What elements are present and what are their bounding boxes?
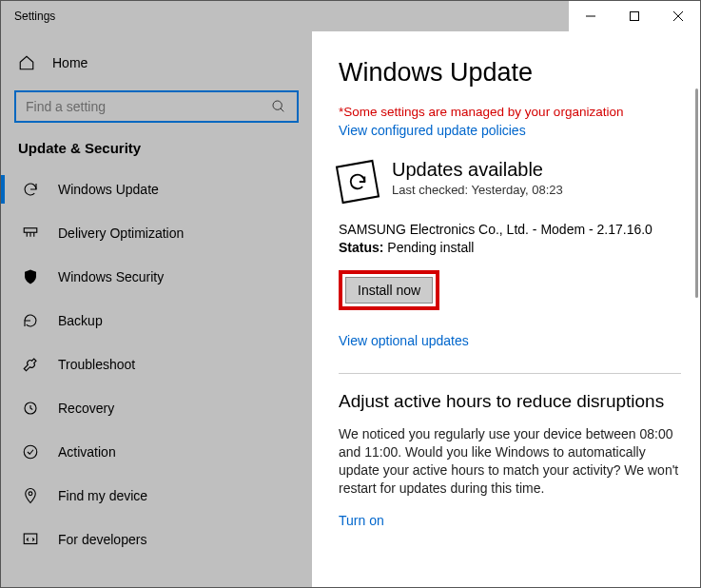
svg-line-5 <box>281 108 283 111</box>
last-checked-text: Last checked: Yesterday, 08:23 <box>392 183 563 197</box>
sidebar-item-windows-security[interactable]: Windows Security <box>1 255 312 299</box>
home-nav[interactable]: Home <box>1 45 312 81</box>
svg-rect-6 <box>24 228 37 233</box>
update-status: Status: Pending install <box>339 240 681 255</box>
sidebar-item-find-my-device[interactable]: Find my device <box>1 474 312 518</box>
minimize-button[interactable] <box>569 1 613 31</box>
backup-icon <box>22 312 39 329</box>
window-title: Settings <box>1 1 569 31</box>
updates-available-title: Updates available <box>392 159 563 181</box>
divider <box>339 373 681 374</box>
wrench-icon <box>22 356 39 373</box>
sidebar-item-delivery-optimization[interactable]: Delivery Optimization <box>1 211 312 255</box>
location-icon <box>22 487 39 504</box>
active-hours-heading: Adjust active hours to reduce disruption… <box>339 391 681 412</box>
install-highlight-box: Install now <box>339 270 439 310</box>
search-box[interactable] <box>14 90 299 123</box>
sidebar-item-label: Activation <box>58 444 116 460</box>
sidebar-item-label: For developers <box>58 532 146 547</box>
sidebar-category: Update & Security <box>1 140 312 164</box>
update-icon <box>336 160 380 204</box>
search-icon <box>270 98 287 115</box>
sidebar-item-for-developers[interactable]: For developers <box>1 518 312 561</box>
sidebar-item-label: Find my device <box>58 488 147 503</box>
policy-link[interactable]: View configured update policies <box>339 123 681 138</box>
svg-rect-10 <box>24 534 37 544</box>
titlebar: Settings <box>1 1 700 31</box>
view-optional-updates-link[interactable]: View optional updates <box>339 333 681 348</box>
shield-icon <box>22 268 39 285</box>
window-controls <box>569 1 700 31</box>
sidebar-item-recovery[interactable]: Recovery <box>1 386 312 430</box>
svg-point-4 <box>273 101 282 109</box>
install-now-button[interactable]: Install now <box>345 277 433 304</box>
turn-on-link[interactable]: Turn on <box>339 513 681 528</box>
svg-point-8 <box>24 445 37 459</box>
main-content: Windows Update *Some settings are manage… <box>312 31 700 587</box>
code-icon <box>22 531 39 548</box>
sidebar-item-label: Windows Update <box>58 182 159 197</box>
sidebar: Home Update & Security Windows Update De… <box>1 31 312 587</box>
activation-icon <box>22 443 39 461</box>
sidebar-item-windows-update[interactable]: Windows Update <box>1 167 312 211</box>
svg-point-9 <box>29 492 32 496</box>
svg-rect-1 <box>631 12 639 21</box>
sidebar-item-label: Troubleshoot <box>58 357 135 372</box>
close-button[interactable] <box>656 1 700 31</box>
status-value: Pending install <box>387 240 474 255</box>
sidebar-item-troubleshoot[interactable]: Troubleshoot <box>1 343 312 386</box>
status-label: Status: <box>339 240 383 255</box>
sidebar-item-label: Recovery <box>58 401 114 416</box>
scrollbar[interactable] <box>695 88 698 298</box>
home-icon <box>18 54 35 71</box>
sidebar-item-label: Backup <box>58 313 103 328</box>
maximize-button[interactable] <box>613 1 656 31</box>
sync-icon <box>22 181 39 198</box>
update-item-name: SAMSUNG Electronics Co., Ltd. - Modem - … <box>339 222 681 237</box>
sidebar-item-activation[interactable]: Activation <box>1 430 312 474</box>
page-title: Windows Update <box>339 58 681 88</box>
sidebar-item-label: Delivery Optimization <box>58 225 184 241</box>
delivery-icon <box>22 225 39 242</box>
home-label: Home <box>52 55 88 70</box>
active-hours-body: We noticed you regularly use your device… <box>339 425 681 498</box>
sidebar-item-backup[interactable]: Backup <box>1 299 312 343</box>
recovery-icon <box>22 400 39 417</box>
search-input[interactable] <box>26 99 270 114</box>
policy-warning: *Some settings are managed by your organ… <box>339 105 681 119</box>
sidebar-item-label: Windows Security <box>58 269 164 284</box>
